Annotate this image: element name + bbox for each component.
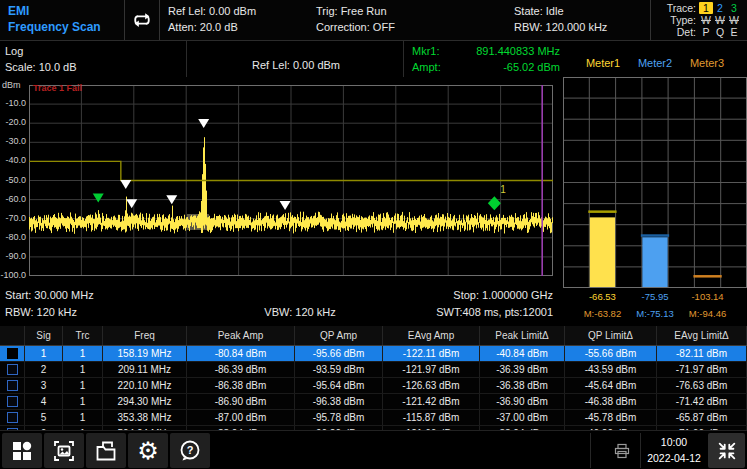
- signal-marker-triangle: [93, 193, 104, 202]
- table-cell: -121.42 dBm: [383, 394, 480, 409]
- collapse-arrows-icon: [716, 440, 738, 462]
- column-header: EAvg LimitΔ: [657, 326, 747, 345]
- table-cell: -86.38 dBm: [187, 378, 295, 393]
- svg-text:?: ?: [187, 444, 194, 456]
- table-cell: 5: [25, 410, 63, 425]
- state-readout: State: Idle: [514, 3, 642, 19]
- vbw-annotation: VBW: 120 kHz: [200, 306, 400, 318]
- rbw-annotation: RBW: 120 kHz: [5, 306, 77, 318]
- table-cell: -95.78 dBm: [295, 410, 383, 425]
- table-row[interactable]: 51353.38 MHz-87.00 dBm-95.78 dBm-115.87 …: [0, 410, 747, 426]
- marker-readout: Mkr1: 891.440833 MHz Ampt: -65.02 dBm: [412, 43, 560, 75]
- meter-tabs: Meter1 Meter2 Meter3: [563, 57, 747, 75]
- scale-type: Log: [5, 43, 77, 59]
- table-cell: -86.39 dBm: [187, 362, 295, 377]
- y-axis-tick: -10.0: [0, 98, 26, 108]
- ref-level-readout: Ref Lel: 0.00 dBm: [168, 3, 300, 19]
- meter3-tab[interactable]: Meter3: [677, 57, 737, 69]
- table-cell: -87.00 dBm: [187, 410, 295, 425]
- row-checkbox[interactable]: [7, 380, 18, 391]
- row-checkbox[interactable]: [7, 364, 18, 375]
- help-button[interactable]: ?: [170, 433, 210, 468]
- trace-1-type[interactable]: W: [699, 14, 713, 26]
- y-axis-tick: -50.0: [0, 175, 26, 185]
- table-row[interactable]: 21209.11 MHz-86.39 dBm-93.59 dBm-121.97 …: [0, 362, 747, 378]
- app-title-line2: Frequency Scan: [8, 19, 116, 35]
- column-header: QP LimitΔ: [565, 326, 657, 345]
- settings-gear-icon: ⚙: [137, 439, 159, 463]
- table-cell: 353.38 MHz: [103, 410, 187, 425]
- table-cell: -115.87 dBm: [383, 410, 480, 425]
- column-header: Freq: [103, 326, 187, 345]
- screenshot-button[interactable]: [44, 433, 84, 468]
- meter1-tab[interactable]: Meter1: [573, 57, 633, 69]
- table-cell: -43.59 dBm: [565, 362, 657, 377]
- menu-blocks-button[interactable]: [2, 433, 42, 468]
- table-cell: 2: [25, 362, 63, 377]
- table-row[interactable]: 41294.30 MHz-86.90 dBm-96.38 dBm-121.42 …: [0, 394, 747, 410]
- row-checkbox[interactable]: [7, 348, 18, 359]
- table-cell: 3: [25, 378, 63, 393]
- table-cell: 209.11 MHz: [103, 362, 187, 377]
- marker-frequency: 891.440833 MHz: [476, 43, 560, 59]
- trace-3-selector[interactable]: 3: [727, 2, 741, 14]
- top-status-bar: EMI Frequency Scan Ref Lel: 0.00 dBm Att…: [0, 0, 747, 41]
- scale-block: Log Scale: 10.0 dB: [5, 43, 77, 75]
- collapse-fullscreen-button[interactable]: [708, 433, 745, 468]
- continuous-sweep-button[interactable]: [125, 0, 160, 40]
- y-axis-tick: -70.0: [0, 213, 26, 223]
- table-cell: 1: [25, 346, 63, 361]
- column-header: Peak LimitΔ: [480, 326, 565, 345]
- file-manager-button[interactable]: [86, 433, 126, 468]
- meter-max-hold-value: M:-94.46: [676, 308, 740, 319]
- marker-name: Mkr1:: [412, 43, 440, 59]
- start-frequency: Start: 30.000 MHz: [5, 289, 94, 301]
- trace-3-type[interactable]: W: [727, 14, 741, 26]
- meter-bars-plot: [563, 77, 747, 288]
- signal-marker-triangle: [120, 180, 131, 189]
- det-row-label: Det:: [677, 26, 696, 38]
- table-cell: -36.38 dBm: [480, 378, 565, 393]
- trace-1-detector[interactable]: P: [699, 26, 713, 38]
- y-axis-tick: -90.0: [0, 251, 26, 261]
- trace-1-selector[interactable]: 1: [699, 2, 713, 14]
- trace-selector-block: Trace: 1 2 3 Type: W W W Det: P Q E: [650, 0, 747, 40]
- app-title-line1: EMI: [8, 3, 116, 19]
- table-cell: -76.63 dBm: [657, 378, 747, 393]
- settings-button[interactable]: ⚙: [128, 433, 168, 468]
- trace-2-selector[interactable]: 2: [713, 2, 727, 14]
- clock-date: 2022-04-12: [642, 450, 706, 466]
- table-row[interactable]: 11158.19 MHz-80.84 dBm-95.66 dBm-122.11 …: [0, 346, 747, 362]
- table-cell: -55.66 dBm: [565, 346, 657, 361]
- marker1-label: 1: [500, 184, 506, 195]
- file-folder-icon: [94, 439, 118, 463]
- trig-readout: Trig: Free Run: [316, 3, 498, 19]
- meter-bar: [590, 217, 615, 287]
- divider: [590, 433, 591, 468]
- table-cell: 1: [63, 394, 103, 409]
- state-rbw-block: State: Idle RBW: 120.000 kHz: [506, 0, 650, 40]
- stop-frequency: Stop: 1.000000 GHz: [380, 289, 553, 301]
- divider: [186, 41, 187, 77]
- table-cell: 294.30 MHz: [103, 394, 187, 409]
- meter2-tab[interactable]: Meter2: [625, 57, 685, 69]
- table-cell: 1: [63, 346, 103, 361]
- trace-2-detector[interactable]: Q: [713, 26, 727, 38]
- table-cell: -121.97 dBm: [383, 362, 480, 377]
- column-header: Peak Amp: [187, 326, 295, 345]
- y-axis-tick: -40.0: [0, 155, 26, 165]
- spectrum-chart: dBm -10.0-20.0-30.0-40.0-50.0-60.0-70.0-…: [0, 78, 558, 290]
- clock-time: 10:00: [642, 434, 706, 450]
- row-checkbox[interactable]: [7, 396, 18, 407]
- signal-table-body: 11158.19 MHz-80.84 dBm-95.66 dBm-122.11 …: [0, 346, 747, 430]
- divider: [640, 433, 641, 468]
- ref-atten-block: Ref Lel: 0.00 dBm Atten: 20.0 dB: [160, 0, 308, 40]
- table-row[interactable]: 31220.10 MHz-86.38 dBm-95.64 dBm-126.63 …: [0, 378, 747, 394]
- row-checkbox[interactable]: [7, 412, 18, 423]
- signal-marker-triangle: [126, 199, 137, 208]
- trace-3-detector[interactable]: E: [727, 26, 741, 38]
- trace-2-type[interactable]: W: [713, 14, 727, 26]
- clock-display[interactable]: 10:00 2022-04-12: [642, 434, 706, 466]
- table-cell: -65.87 dBm: [657, 410, 747, 425]
- swt-annotation: SWT:408 ms, pts:12001: [380, 306, 553, 318]
